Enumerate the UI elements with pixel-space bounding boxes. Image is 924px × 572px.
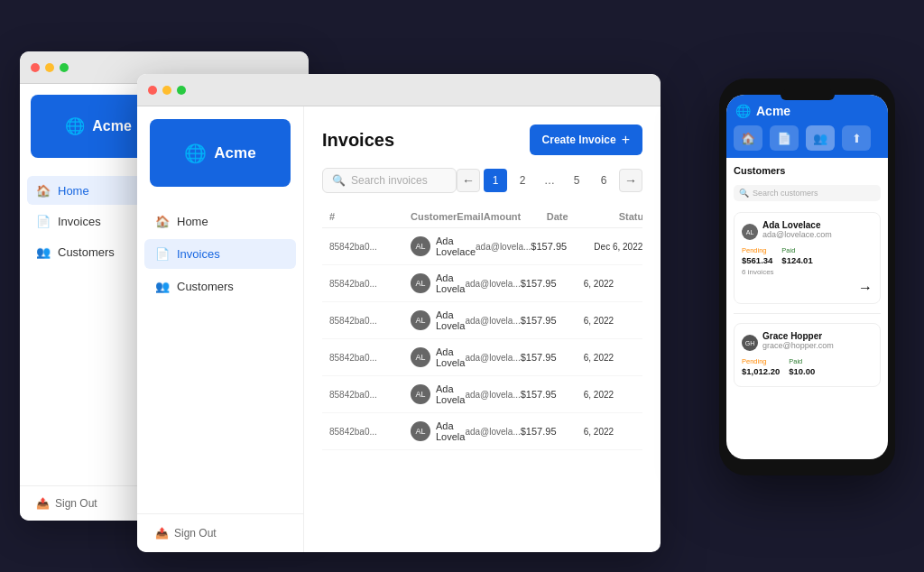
globe-icon: 🌐 — [65, 116, 85, 136]
phone-search-icon: 🔍 — [739, 189, 749, 198]
phone-tab-customers[interactable]: 👥 — [806, 125, 835, 151]
signout-icon: 📤 — [36, 497, 50, 510]
avatar: AL — [411, 236, 430, 256]
invoices-title: Invoices — [322, 130, 394, 151]
plus-icon: + — [622, 132, 630, 148]
mid-home-icon: 🏠 — [155, 215, 170, 228]
invoice-icon: 📄 — [36, 214, 51, 228]
minimize-dot[interactable] — [45, 63, 54, 72]
mid-invoice-icon: 📄 — [155, 247, 170, 261]
mid-nav-home[interactable]: 🏠 Home — [144, 207, 296, 236]
pending-label-2: Pending — [742, 357, 780, 365]
phone-divider — [734, 313, 881, 314]
back-nav-customers-label: Customers — [58, 245, 115, 259]
phone-customer-name-2: Grace Hopper — [762, 331, 834, 341]
mid-globe-icon: 🌐 — [184, 143, 207, 164]
table-row: 85842ba0... AL Ada Lovela ada@lovela... … — [322, 376, 642, 413]
paid-label: Paid — [781, 246, 812, 254]
phone-avatar-2: GH — [742, 335, 758, 351]
pending-value-2: $1,012.20 — [742, 366, 780, 376]
close-dot[interactable] — [31, 63, 40, 72]
invoices-count-1: 6 invoices — [742, 268, 873, 276]
mid-maximize-dot[interactable] — [177, 86, 186, 95]
mid-nav: 🏠 Home 📄 Invoices 👥 Customers — [137, 199, 303, 513]
browser-chrome-mid — [137, 74, 661, 106]
phone-content: Customers 🔍 Search customers AL Ada Love… — [726, 158, 888, 459]
phone-customer-email-1: ada@lovelace.com — [762, 230, 832, 239]
phone-customer-arrow-1[interactable]: → — [742, 280, 873, 296]
mid-logo-text: Acme — [214, 144, 255, 162]
phone-customer-email-2: grace@hopper.com — [762, 341, 834, 350]
mid-logo-area: 🌐 Acme — [150, 119, 291, 187]
page-ellipsis: … — [538, 169, 561, 192]
avatar: AL — [411, 384, 430, 404]
mid-sidebar: 🌐 Acme 🏠 Home 📄 Invoices 👥 Customers — [137, 106, 304, 552]
phone-notch — [781, 89, 835, 100]
phone-avatar-1: AL — [742, 224, 758, 240]
mid-customers-icon: 👥 — [155, 280, 170, 293]
invoices-header: Invoices Create Invoice + — [322, 125, 642, 155]
phone-section-title: Customers — [734, 165, 881, 176]
table-row: 85842ba0... AL Ada Lovela ada@lovela... … — [322, 413, 642, 450]
phone-screen: 🌐 Acme 🏠 📄 👥 ⬆ Customers 🔍 Search custom… — [726, 95, 888, 459]
mid-sign-out[interactable]: 📤 Sign Out — [137, 513, 303, 552]
paid-label-2: Paid — [789, 357, 815, 365]
page-2-button[interactable]: 2 — [511, 169, 534, 192]
back-nav-home-label: Home — [58, 184, 89, 198]
page-5-button[interactable]: 5 — [565, 169, 588, 192]
mid-main: Invoices Create Invoice + 🔍 Search invoi… — [304, 106, 661, 552]
pending-value-1: $561.34 — [742, 255, 772, 265]
table-row: 85842ba0... AL Ada Lovela ada@lovela... … — [322, 302, 642, 339]
back-nav-invoices-label: Invoices — [58, 215, 101, 228]
avatar: AL — [411, 347, 430, 367]
table-row: 85842ba0... AL Ada Lovela ada@lovela... … — [322, 339, 642, 376]
table-header: # Customer Email Amount Date Status — [322, 206, 642, 228]
create-invoice-button[interactable]: Create Invoice + — [530, 125, 642, 155]
phone-tab-invoices[interactable]: 📄 — [770, 125, 799, 151]
mid-close-dot[interactable] — [148, 86, 157, 95]
avatar: AL — [411, 421, 430, 441]
mid-minimize-dot[interactable] — [162, 86, 171, 95]
phone-logo-text: Acme — [756, 104, 790, 118]
paid-value-1: $124.01 — [781, 255, 812, 265]
phone-tab-home[interactable]: 🏠 — [734, 125, 762, 151]
phone-customer-name-1: Ada Lovelace — [762, 220, 832, 230]
mid-nav-invoices[interactable]: 📄 Invoices — [144, 239, 296, 269]
browser-window-mid: 🌐 Acme 🏠 Home 📄 Invoices 👥 Customers — [137, 74, 661, 552]
maximize-dot[interactable] — [60, 63, 69, 72]
next-page-button[interactable]: → — [619, 169, 642, 192]
phone-tab-upload[interactable]: ⬆ — [842, 125, 871, 151]
search-invoices-input[interactable]: 🔍 Search invoices — [322, 168, 457, 193]
phone-device: 🌐 Acme 🏠 📄 👥 ⬆ Customers 🔍 Search custom… — [719, 78, 895, 475]
back-logo-text: Acme — [92, 118, 132, 134]
invoices-toolbar: 🔍 Search invoices ← 1 2 … 5 6 → — [322, 168, 642, 193]
invoices-table: # Customer Email Amount Date Status 8584… — [322, 206, 642, 534]
avatar: AL — [411, 310, 430, 330]
customers-icon: 👥 — [36, 244, 51, 259]
search-icon: 🔍 — [332, 174, 346, 187]
home-icon: 🏠 — [36, 183, 51, 198]
phone-stats-row-2: Pending $1,012.20 Paid $10.00 — [742, 357, 873, 376]
table-row: 85842ba0... AL Ada Lovelace ada@lovela..… — [322, 228, 642, 265]
paid-value-2: $10.00 — [789, 366, 815, 376]
phone-search-input[interactable]: 🔍 Search customers — [734, 185, 881, 201]
pagination: ← 1 2 … 5 6 → — [457, 169, 642, 192]
page-1-button[interactable]: 1 — [484, 169, 507, 192]
pending-label: Pending — [742, 246, 772, 254]
mid-signout-icon: 📤 — [155, 527, 169, 540]
avatar: AL — [411, 273, 430, 293]
page-6-button[interactable]: 6 — [592, 169, 615, 192]
phone-customer-card[interactable]: AL Ada Lovelace ada@lovelace.com Pending… — [734, 212, 881, 304]
phone-nav-tabs: 🏠 📄 👥 ⬆ — [726, 125, 888, 158]
table-row: 85842ba0... AL Ada Lovela ada@lovela... … — [322, 265, 642, 302]
phone-globe-icon: 🌐 — [735, 104, 751, 118]
prev-page-button[interactable]: ← — [457, 169, 480, 192]
mid-nav-customers[interactable]: 👥 Customers — [144, 272, 296, 301]
phone-customer-card-2[interactable]: GH Grace Hopper grace@hopper.com Pending… — [734, 323, 881, 387]
phone-stats-row-1: Pending $561.34 Paid $124.01 — [742, 246, 873, 265]
